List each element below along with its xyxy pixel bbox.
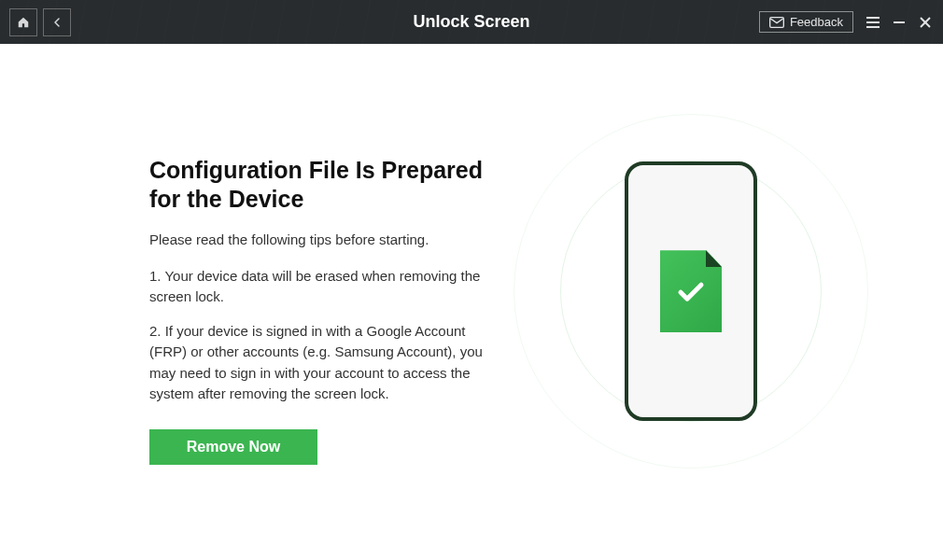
hamburger-icon [866,16,880,29]
close-button[interactable] [917,14,934,31]
minimize-icon [893,16,906,29]
instructions-panel: Configuration File Is Prepared for the D… [149,156,504,465]
illustration-panel [532,119,850,465]
phone-illustration [625,161,757,421]
titlebar-left-controls [9,8,71,36]
home-button[interactable] [9,8,37,36]
titlebar: Unlock Screen Feedback [0,0,943,44]
minimize-button[interactable] [891,14,908,31]
tip-2: 2. If your device is signed in with a Go… [149,321,504,405]
document-icon [660,250,722,332]
titlebar-right-controls: Feedback [759,11,934,33]
mail-icon [769,17,784,28]
content-area: Configuration File Is Prepared for the D… [0,44,943,465]
window-controls [865,14,934,31]
menu-button[interactable] [865,14,881,31]
feedback-label: Feedback [790,15,843,29]
back-button[interactable] [43,8,71,36]
feedback-button[interactable]: Feedback [759,11,853,33]
heading: Configuration File Is Prepared for the D… [149,156,504,215]
close-icon [919,16,932,29]
page-title: Unlock Screen [413,12,529,32]
tip-1: 1. Your device data will be erased when … [149,266,504,308]
chevron-left-icon [51,16,63,29]
checkmark-icon [677,281,705,303]
home-icon [17,16,30,29]
remove-now-button[interactable]: Remove Now [149,429,317,465]
subheading: Please read the following tips before st… [149,231,504,247]
